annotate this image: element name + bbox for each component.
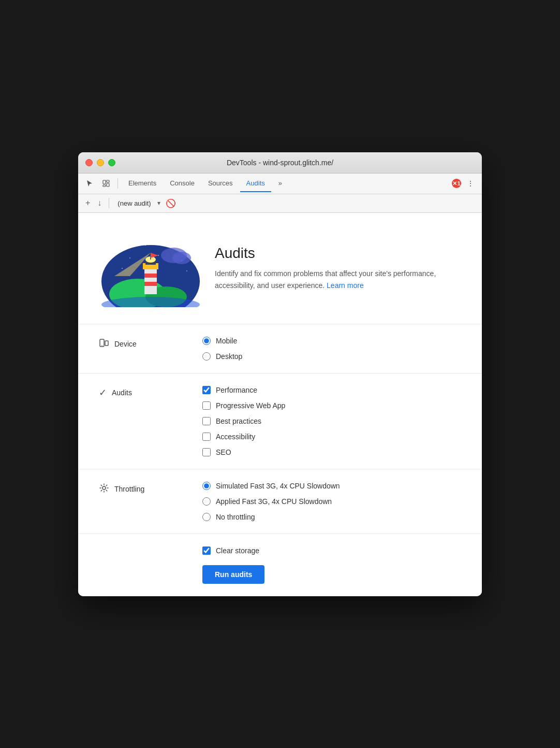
more-menu-button[interactable]: ⋮ <box>463 176 478 191</box>
throttling-options: Simulated Fast 3G, 4x CPU Slowdown Appli… <box>202 482 340 521</box>
throttling-section: Throttling Simulated Fast 3G, 4x CPU Slo… <box>78 469 482 534</box>
titlebar: DevTools - wind-sprout.glitch.me/ <box>78 152 482 174</box>
audit-best-practices-checkbox[interactable] <box>202 417 211 425</box>
gear-icon <box>99 483 109 496</box>
clear-storage-label: Clear storage <box>216 546 259 555</box>
svg-point-7 <box>166 241 167 243</box>
svg-rect-3 <box>103 185 106 186</box>
error-count: 1 <box>457 180 460 186</box>
audit-best-practices-label: Best practices <box>216 417 261 425</box>
device-label: Device <box>99 337 182 351</box>
add-audit-button[interactable]: + <box>83 196 92 210</box>
inspect-icon[interactable] <box>99 176 113 191</box>
svg-rect-1 <box>107 180 109 182</box>
audit-pwa-label: Progressive Web App <box>216 401 285 410</box>
toolbar-divider <box>117 178 118 189</box>
cursor-icon[interactable] <box>82 176 97 191</box>
hero-section: Audits Identify and fix common problems … <box>78 213 482 324</box>
svg-rect-21 <box>144 268 157 294</box>
throttling-simulated-option[interactable]: Simulated Fast 3G, 4x CPU Slowdown <box>202 482 340 490</box>
checkmark-icon: ✓ <box>99 387 107 398</box>
audit-name[interactable]: (new audit) <box>114 198 154 209</box>
audit-accessibility-checkbox[interactable] <box>202 433 211 441</box>
audits-section: ✓ Audits Performance Progressive Web App… <box>78 373 482 469</box>
device-mobile-label: Mobile <box>216 337 237 345</box>
device-mobile-option[interactable]: Mobile <box>202 337 242 345</box>
tab-elements[interactable]: Elements <box>122 175 163 192</box>
svg-rect-23 <box>144 282 157 286</box>
svg-point-9 <box>129 257 130 258</box>
device-icon <box>99 338 109 351</box>
svg-rect-2 <box>107 183 109 186</box>
hero-text: Audits Identify and fix common problems … <box>215 245 461 291</box>
main-toolbar: Elements Console Sources Audits » ✕ 1 ⋮ <box>78 174 482 194</box>
error-icon: ✕ <box>452 180 457 187</box>
audit-pwa-option[interactable]: Progressive Web App <box>202 401 285 410</box>
audit-seo-checkbox[interactable] <box>202 448 211 456</box>
device-desktop-option[interactable]: Desktop <box>202 352 242 361</box>
svg-point-11 <box>122 268 123 269</box>
maximize-button[interactable] <box>108 159 115 166</box>
toolbar2-divider <box>109 198 109 208</box>
delete-audit-button[interactable]: 🚫 <box>164 196 178 210</box>
dropdown-arrow-icon[interactable]: ▾ <box>157 199 160 207</box>
tab-list: Elements Console Sources Audits » <box>122 175 450 192</box>
main-content: Audits Identify and fix common problems … <box>78 213 482 596</box>
device-desktop-radio[interactable] <box>202 352 211 361</box>
svg-point-12 <box>186 270 187 271</box>
audit-performance-checkbox[interactable] <box>202 386 211 394</box>
svg-point-32 <box>102 486 106 490</box>
svg-rect-30 <box>105 341 108 346</box>
clear-storage-checkbox[interactable] <box>202 546 211 555</box>
audit-toolbar: + ↓ (new audit) ▾ 🚫 <box>78 194 482 213</box>
svg-rect-0 <box>103 180 106 184</box>
learn-more-link[interactable]: Learn more <box>327 281 364 290</box>
audit-accessibility-option[interactable]: Accessibility <box>202 433 285 441</box>
error-badge[interactable]: ✕ 1 <box>452 179 461 188</box>
bottom-section: Clear storage Run audits <box>182 534 482 596</box>
run-audits-button[interactable]: Run audits <box>202 565 264 584</box>
throttling-applied-option[interactable]: Applied Fast 3G, 4x CPU Slowdown <box>202 497 340 506</box>
clear-storage-option[interactable]: Clear storage <box>202 546 461 555</box>
throttling-simulated-radio[interactable] <box>202 482 211 490</box>
toolbar-right: ✕ 1 ⋮ <box>452 176 478 191</box>
tab-audits[interactable]: Audits <box>240 175 271 192</box>
tab-sources[interactable]: Sources <box>202 175 239 192</box>
throttling-none-label: No throttling <box>216 513 255 521</box>
device-desktop-label: Desktop <box>216 352 242 361</box>
throttling-none-radio[interactable] <box>202 513 211 521</box>
audit-pwa-checkbox[interactable] <box>202 401 211 410</box>
audits-options: Performance Progressive Web App Best pra… <box>202 386 285 456</box>
audit-accessibility-label: Accessibility <box>216 433 255 441</box>
audit-seo-option[interactable]: SEO <box>202 448 285 456</box>
throttling-applied-radio[interactable] <box>202 497 211 506</box>
window-title: DevTools - wind-sprout.glitch.me/ <box>227 159 333 167</box>
tab-more[interactable]: » <box>272 175 288 192</box>
throttling-none-option[interactable]: No throttling <box>202 513 340 521</box>
device-section: Device Mobile Desktop <box>78 324 482 373</box>
traffic-lights <box>85 159 115 166</box>
audits-label: ✓ Audits <box>99 386 182 398</box>
svg-point-13 <box>145 244 146 246</box>
svg-point-31 <box>101 345 102 346</box>
svg-rect-22 <box>144 274 157 278</box>
device-mobile-radio[interactable] <box>202 337 211 345</box>
close-button[interactable] <box>85 159 93 166</box>
lighthouse-illustration <box>99 229 202 307</box>
throttling-applied-label: Applied Fast 3G, 4x CPU Slowdown <box>216 497 332 506</box>
minimize-button[interactable] <box>97 159 104 166</box>
audit-performance-option[interactable]: Performance <box>202 386 285 394</box>
tab-console[interactable]: Console <box>164 175 201 192</box>
devtools-window: DevTools - wind-sprout.glitch.me/ Elemen… <box>78 152 482 596</box>
audit-seo-label: SEO <box>216 448 231 456</box>
svg-point-6 <box>135 239 136 240</box>
hero-title: Audits <box>215 245 461 262</box>
audit-performance-label: Performance <box>216 386 257 394</box>
device-options: Mobile Desktop <box>202 337 242 361</box>
download-button[interactable]: ↓ <box>95 196 104 210</box>
throttling-simulated-label: Simulated Fast 3G, 4x CPU Slowdown <box>216 482 340 490</box>
svg-point-5 <box>119 247 121 248</box>
audit-best-practices-option[interactable]: Best practices <box>202 417 285 425</box>
svg-point-17 <box>172 252 191 264</box>
throttling-label: Throttling <box>99 482 182 496</box>
